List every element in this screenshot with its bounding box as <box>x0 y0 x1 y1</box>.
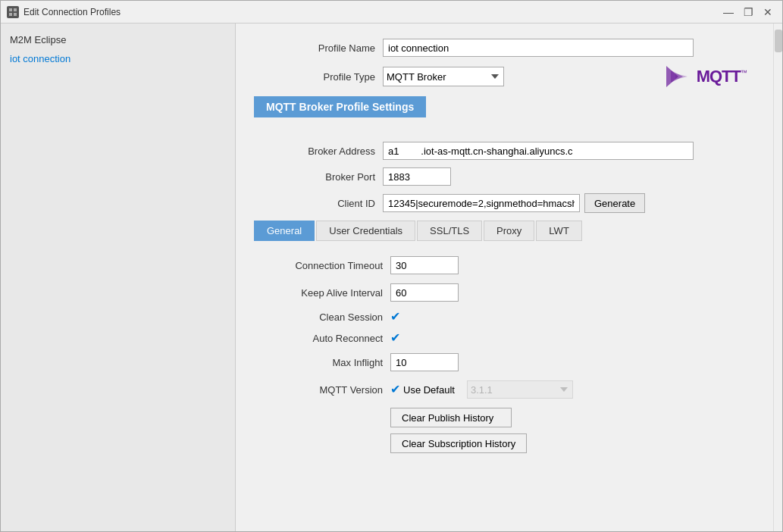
generate-button[interactable]: Generate <box>584 193 645 213</box>
tab-lwt[interactable]: LWT <box>536 221 581 241</box>
window-controls: — ❐ ✕ <box>720 4 776 20</box>
clean-session-label: Clean Session <box>262 311 383 323</box>
use-default-checkbox[interactable]: ✔ <box>390 383 400 396</box>
broker-address-input[interactable] <box>383 142 694 160</box>
mqtt-logo-trademark: ™ <box>741 69 747 77</box>
max-inflight-input[interactable] <box>390 353 459 371</box>
max-inflight-row: Max Inflight <box>262 353 755 371</box>
connection-timeout-row: Connection Timeout <box>262 256 755 274</box>
profile-type-row: Profile Type MQTT Broker MQTT ™ <box>254 64 755 89</box>
keep-alive-label: Keep Alive Interval <box>262 287 383 299</box>
broker-port-input[interactable] <box>383 167 451 186</box>
keep-alive-input[interactable] <box>390 283 459 302</box>
use-default-label: Use Default <box>403 384 455 396</box>
tab-ssl-tls[interactable]: SSL/TLS <box>417 221 482 241</box>
title-bar: Edit Connection Profiles — ❐ ✕ <box>1 1 782 23</box>
clean-session-checkbox[interactable]: ✔ <box>390 311 400 323</box>
svg-rect-2 <box>9 13 12 16</box>
mqtt-logo-text: MQTT <box>697 67 741 86</box>
profile-name-input[interactable] <box>383 39 694 57</box>
minimize-button[interactable]: — <box>720 4 737 20</box>
broker-address-row: Broker Address <box>254 142 755 160</box>
keep-alive-row: Keep Alive Interval <box>262 283 755 302</box>
broker-port-label: Broker Port <box>254 171 375 183</box>
profile-type-label: Profile Type <box>254 71 375 83</box>
auto-reconnect-row: Auto Reconnect ✔ <box>262 332 755 344</box>
window-body: M2M Eclipse iot connection Profile Name … <box>1 23 782 531</box>
sidebar-item-iot-connection[interactable]: iot connection <box>1 50 235 67</box>
clean-session-row: Clean Session ✔ <box>262 311 755 323</box>
scrollbar-thumb <box>775 30 782 52</box>
main-content: Profile Name Profile Type MQTT Broker MQ <box>236 23 773 531</box>
max-inflight-label: Max Inflight <box>262 357 383 368</box>
mqtt-version-label: MQTT Version <box>262 384 383 396</box>
tab-proxy[interactable]: Proxy <box>484 221 534 241</box>
main-window: Edit Connection Profiles — ❐ ✕ M2M Eclip… <box>0 0 783 532</box>
profile-name-label: Profile Name <box>254 42 375 54</box>
mqtt-logo: MQTT ™ <box>665 64 755 89</box>
tabs-bar: General User Credentials SSL/TLS Proxy L… <box>254 221 755 241</box>
sidebar: M2M Eclipse iot connection <box>1 23 236 531</box>
sidebar-group-label: M2M Eclipse <box>1 30 235 50</box>
close-button[interactable]: ✕ <box>760 4 776 20</box>
broker-port-row: Broker Port <box>254 167 755 186</box>
connection-timeout-input[interactable] <box>390 256 459 274</box>
svg-rect-3 <box>14 13 17 16</box>
broker-address-label: Broker Address <box>254 146 375 157</box>
clear-subscription-history-button[interactable]: Clear Subscription History <box>390 433 527 453</box>
profile-name-row: Profile Name <box>254 39 755 57</box>
profile-type-select[interactable]: MQTT Broker <box>383 67 504 86</box>
client-id-label: Client ID <box>254 198 375 209</box>
tab-general[interactable]: General <box>254 221 315 241</box>
section-header-container: MQTT Broker Profile Settings <box>254 96 755 130</box>
svg-marker-6 <box>675 74 687 80</box>
connection-timeout-label: Connection Timeout <box>262 260 383 271</box>
client-id-row: Client ID Generate <box>254 193 755 213</box>
restore-button[interactable]: ❐ <box>740 4 756 20</box>
actions-area: Clear Publish History Clear Subscription… <box>390 408 755 453</box>
client-id-input[interactable] <box>383 194 580 212</box>
section-header: MQTT Broker Profile Settings <box>254 96 426 117</box>
mqtt-version-row: MQTT Version ✔ Use Default 3.1.1 <box>262 380 755 399</box>
svg-rect-0 <box>9 8 12 11</box>
scrollbar[interactable] <box>773 23 782 531</box>
tab-user-credentials[interactable]: User Credentials <box>316 221 415 241</box>
mqtt-version-select[interactable]: 3.1.1 <box>467 380 573 399</box>
general-settings: Connection Timeout Keep Alive Interval C… <box>254 256 755 453</box>
clear-publish-history-button[interactable]: Clear Publish History <box>390 408 512 427</box>
mqtt-logo-icon <box>665 64 697 89</box>
window-title: Edit Connection Profiles <box>23 7 720 17</box>
svg-rect-1 <box>14 8 17 11</box>
auto-reconnect-label: Auto Reconnect <box>262 333 383 344</box>
window-icon <box>7 6 19 18</box>
auto-reconnect-checkbox[interactable]: ✔ <box>390 332 400 344</box>
